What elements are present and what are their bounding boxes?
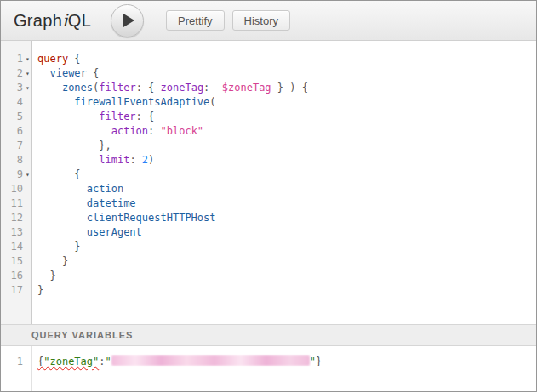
history-button[interactable]: History [232,10,290,31]
fold-marker-empty [23,153,32,168]
code-line[interactable]: 10 action [1,182,536,196]
token-punct: ( [209,96,215,108]
token-kw: query [37,53,68,65]
token-jkey: "zoneTag" [43,355,99,367]
token-prop: userAgent [87,226,142,238]
execute-query-button[interactable] [111,4,144,37]
line-number: 6 [1,124,23,139]
line-number: 5 [1,110,23,124]
fold-marker-empty [23,95,32,110]
code-line[interactable]: 7 }, [1,139,536,153]
play-icon [123,14,134,27]
code-line[interactable]: 12 clientRequestHTTPHost [1,211,536,225]
code-line[interactable]: 3▾ zones(filter: { zoneTag: $zoneTag } )… [1,81,536,95]
token-attr: action [111,125,148,137]
query-editor[interactable]: 1▾query {2▾ viewer {3▾ zones(filter: { z… [1,41,536,324]
token-punct: : { [136,111,155,122]
token-prop: viewer [49,67,86,79]
token-attr: filter [99,111,135,122]
token-jstr: " [310,355,316,367]
token-punct: } [49,270,55,281]
token-str: "block" [161,125,204,137]
code-text: viewer { [32,66,99,81]
code-text: userAgent [32,225,142,240]
fold-marker-icon[interactable]: ▾ [23,168,32,182]
token-punct: } [37,284,43,296]
code-line[interactable]: 1{"zoneTag":""} [1,355,536,369]
code-line[interactable]: 14 } [1,240,536,254]
token-ws [37,197,87,209]
query-variables-title[interactable]: QUERY VARIABLES [1,324,536,346]
line-number: 1 [1,355,23,369]
code-text: filter: { [32,110,154,124]
graphiql-window: GraphiQL Prettify History 1▾query {2▾ vi… [0,0,537,392]
code-line[interactable]: 15 } [1,254,536,269]
fold-marker-empty [23,254,32,269]
query-code-lines: 1▾query {2▾ viewer {3▾ zones(filter: { z… [1,52,536,298]
code-text: } [32,254,68,269]
code-line[interactable]: 16 } [1,269,536,283]
code-text: query { [32,52,81,66]
token-ws [37,67,49,79]
code-text: datetime [32,196,136,211]
code-text: } [32,269,56,283]
code-line[interactable]: 1▾query { [1,52,536,66]
redacted-value [111,355,310,366]
toolbar: GraphiQL Prettify History [1,1,536,41]
token-ws [37,168,74,180]
token-prop: zones [62,82,93,94]
token-punct: ) [148,154,154,166]
token-num: 2 [142,154,148,166]
code-line[interactable]: 4 firewallEventsAdaptive( [1,95,536,110]
code-text: zones(filter: { zoneTag: $zoneTag } ) { [32,81,308,95]
code-line[interactable]: 8 limit: 2) [1,153,536,168]
variables-editor[interactable]: 1{"zoneTag":""} [1,346,536,391]
fold-marker-icon[interactable]: ▾ [23,81,32,95]
code-text: } [32,283,43,298]
code-text: } [32,240,81,254]
fold-marker-empty [23,355,32,369]
token-ws [37,96,74,108]
line-number: 9 [1,168,23,182]
token-punct: }, [99,139,111,151]
fold-marker-icon[interactable]: ▾ [23,52,32,66]
line-number: 15 [1,254,23,269]
code-line[interactable]: 13 userAgent [1,225,536,240]
token-punct: { [87,67,99,79]
line-number: 17 [1,283,23,298]
token-punct: : [99,355,105,367]
code-line[interactable]: 5 filter: { [1,110,536,124]
prettify-button[interactable]: Prettify [166,10,224,31]
token-attr: filter [99,82,135,94]
code-text: firewallEventsAdaptive( [32,95,216,110]
line-number: 8 [1,153,23,168]
line-number: 2 [1,66,23,81]
code-line[interactable]: 11 datetime [1,196,536,211]
token-prop: datetime [87,197,136,209]
code-line[interactable]: 6 action: "block" [1,124,536,139]
code-text: }, [32,139,111,153]
token-ws [37,183,87,195]
token-attr: zoneTag [161,82,204,94]
code-line[interactable]: 17} [1,283,536,298]
line-number: 7 [1,139,23,153]
token-punct: } [316,355,322,367]
token-punct: { [68,53,80,65]
code-line[interactable]: 9▾ { [1,168,536,182]
token-ws [37,255,62,267]
line-number: 11 [1,196,23,211]
fold-marker-empty [23,211,32,225]
fold-marker-empty [23,139,32,153]
fold-marker-empty [23,269,32,283]
code-line[interactable]: 2▾ viewer { [1,66,536,81]
token-ws [209,82,221,94]
fold-marker-empty [23,182,32,196]
line-number: 13 [1,225,23,240]
token-punct: : { [136,82,161,94]
token-prop: firewallEventsAdaptive [74,96,209,108]
token-var: $zoneTag [222,82,271,94]
fold-marker-icon[interactable]: ▾ [23,66,32,81]
fold-marker-empty [23,196,32,211]
code-text: {"zoneTag":""} [32,355,322,369]
fold-marker-empty [23,110,32,124]
